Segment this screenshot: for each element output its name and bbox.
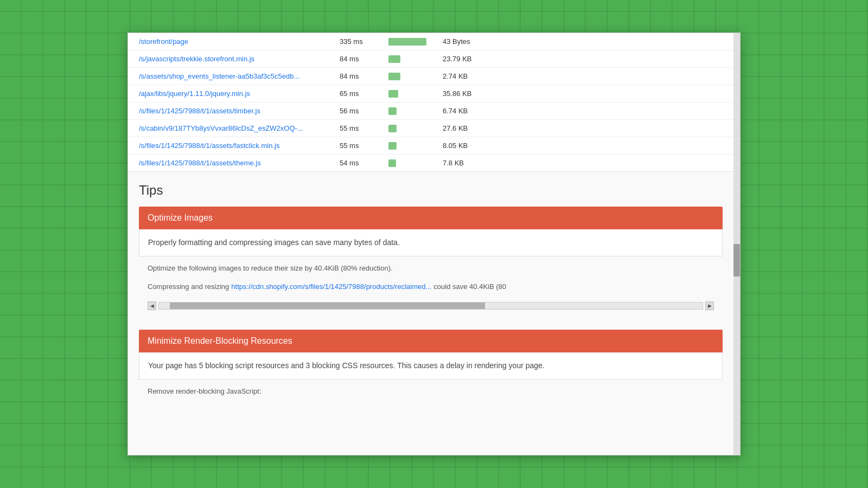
resource-bar-container: [388, 38, 432, 46]
tip-link-url[interactable]: https://cdn.shopify.com/s/files/1/1425/7…: [231, 282, 431, 291]
resource-size: 23.79 KB: [443, 55, 486, 63]
tip-header-minimize-render-blocking: Minimize Render-Blocking Resources: [139, 330, 723, 352]
browser-window: /storefront/page 335 ms 43 Bytes /s/java…: [127, 33, 741, 455]
tip-card-optimize-images: Optimize Images Properly formatting and …: [139, 207, 723, 319]
horizontal-scrollbar-thumb: [170, 303, 485, 309]
resource-size: 6.74 KB: [443, 107, 486, 115]
resource-link[interactable]: /storefront/page: [139, 37, 329, 46]
horizontal-scrollbar-container: ◀ ▶: [139, 297, 723, 319]
resource-bar: [388, 142, 397, 150]
tip-card-minimize-render-blocking: Minimize Render-Blocking Resources Your …: [139, 330, 723, 403]
scroll-row: ◀ ▶: [148, 299, 714, 312]
tip-body-optimize-images: Properly formatting and compressing imag…: [139, 229, 723, 256]
resource-link[interactable]: /s/assets/shop_events_listener-aa5b3af3c…: [139, 72, 329, 80]
resource-table: /storefront/page 335 ms 43 Bytes /s/java…: [128, 33, 733, 172]
resource-link[interactable]: /s/javascripts/trekkie.storefront.min.js: [139, 55, 329, 63]
resource-bar-container: [388, 125, 432, 132]
tips-section: Tips Optimize Images Properly formatting…: [128, 172, 733, 403]
resource-time: 84 ms: [340, 72, 378, 80]
table-row: /s/files/1/1425/7988/t/1/assets/theme.js…: [128, 155, 733, 171]
scroll-left-button[interactable]: ◀: [148, 301, 156, 310]
resource-bar-container: [388, 55, 432, 63]
resource-time: 335 ms: [340, 37, 378, 46]
horizontal-scrollbar-track[interactable]: [158, 302, 703, 310]
vertical-scrollbar-thumb: [733, 244, 740, 277]
resource-bar-container: [388, 107, 432, 115]
table-row: /storefront/page 335 ms 43 Bytes: [128, 33, 733, 50]
tip-link-prefix: Compressing and resizing: [148, 282, 229, 291]
table-row: /s/cabin/v9/187TYb8ysVvxar86lcDsZ_esZW2x…: [128, 120, 733, 137]
resource-bar-container: [388, 90, 432, 98]
resource-size: 35.86 KB: [443, 89, 486, 98]
tips-title: Tips: [139, 183, 723, 198]
tip-link-row-optimize-images: Compressing and resizing https://cdn.sho…: [139, 280, 723, 297]
resource-size: 8.05 KB: [443, 142, 486, 150]
resource-bar: [388, 73, 400, 80]
resource-time: 84 ms: [340, 55, 378, 63]
tip-link-suffix: could save 40.4KiB (80: [433, 282, 506, 291]
resource-time: 55 ms: [340, 142, 378, 150]
table-row: /s/files/1/1425/7988/t/1/assets/fastclic…: [128, 137, 733, 155]
main-content[interactable]: /storefront/page 335 ms 43 Bytes /s/java…: [128, 33, 733, 455]
resource-size: 27.6 KB: [443, 124, 486, 132]
resource-bar-container: [388, 159, 432, 167]
resource-size: 2.74 KB: [443, 72, 486, 80]
resource-time: 56 ms: [340, 107, 378, 115]
resource-bar: [388, 90, 398, 98]
resource-bar: [388, 159, 396, 167]
resource-link[interactable]: /s/cabin/v9/187TYb8ysVvxar86lcDsZ_esZW2x…: [139, 124, 329, 132]
content-area: /storefront/page 335 ms 43 Bytes /s/java…: [128, 33, 740, 455]
resource-bar: [388, 55, 400, 63]
resource-link[interactable]: /s/files/1/1425/7988/t/1/assets/fastclic…: [139, 142, 329, 150]
resource-time: 54 ms: [340, 159, 378, 167]
tip-header-optimize-images: Optimize Images: [139, 207, 723, 229]
resource-link[interactable]: /ajax/libs/jquery/1.11.0/jquery.min.js: [139, 89, 329, 98]
table-row: /s/assets/shop_events_listener-aa5b3af3c…: [128, 68, 733, 85]
resource-bar-container: [388, 142, 432, 150]
resource-bar: [388, 125, 397, 132]
tip-description-minimize-render-blocking: Remove render-blocking JavaScript:: [139, 380, 723, 403]
resource-size: 7.8 KB: [443, 159, 486, 167]
table-row: /ajax/libs/jquery/1.11.0/jquery.min.js 6…: [128, 85, 733, 102]
resource-bar: [388, 38, 426, 46]
resource-bar-container: [388, 73, 432, 80]
resource-bar: [388, 107, 397, 115]
resource-time: 55 ms: [340, 124, 378, 132]
vertical-scrollbar-track[interactable]: [733, 33, 740, 455]
resource-time: 65 ms: [340, 89, 378, 98]
resource-link[interactable]: /s/files/1/1425/7988/t/1/assets/theme.js: [139, 159, 329, 167]
table-row: /s/files/1/1425/7988/t/1/assets/timber.j…: [128, 102, 733, 120]
resource-size: 43 Bytes: [443, 37, 486, 46]
scroll-right-button[interactable]: ▶: [705, 301, 714, 310]
tip-description-optimize-images: Optimize the following images to reduce …: [139, 256, 723, 280]
table-row: /s/javascripts/trekkie.storefront.min.js…: [128, 50, 733, 68]
tip-body-minimize-render-blocking: Your page has 5 blocking script resource…: [139, 352, 723, 380]
resource-link[interactable]: /s/files/1/1425/7988/t/1/assets/timber.j…: [139, 107, 329, 115]
